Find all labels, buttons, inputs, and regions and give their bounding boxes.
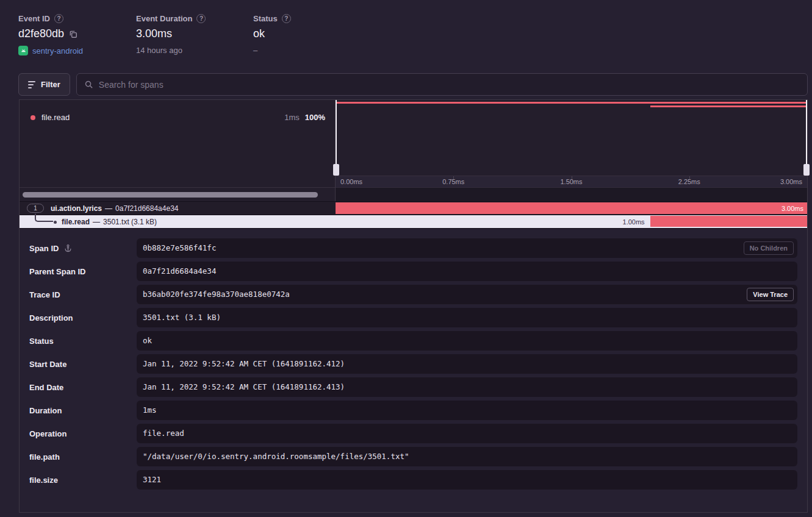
op-color-dot (31, 115, 35, 120)
status-sub: – (253, 46, 257, 55)
help-icon[interactable]: ? (54, 14, 63, 23)
detail-label-text: Operation (29, 429, 66, 438)
help-icon[interactable]: ? (282, 14, 291, 23)
detail-row-operation: Operation file.read (29, 424, 797, 443)
span-duration-label: 3.00ms (781, 205, 807, 212)
toolbar: Filter (18, 73, 808, 96)
event-duration-value: 3.00ms (136, 27, 172, 40)
detail-value: b36ab020fe374fe98a370ae818e0742a View Tr… (137, 285, 797, 304)
detail-value: Jan 11, 2022 9:52:42 AM CET (1641891162.… (137, 354, 797, 374)
horizontal-scrollbar[interactable] (23, 192, 318, 198)
detail-row-status: Status ok (29, 331, 797, 351)
span-op: ui.action.lyrics (51, 204, 102, 213)
minimap-left-handle[interactable] (336, 100, 337, 176)
copy-icon[interactable] (69, 30, 77, 38)
search-icon (84, 80, 93, 89)
detail-row-span-id: Span ID 0b882e7e586f41fc No Children (29, 238, 797, 258)
detail-value: 1ms (137, 401, 797, 420)
minimap-span-parent (336, 102, 807, 104)
event-id-value: d2fe80db (18, 27, 64, 40)
detail-label-text: file.path (29, 452, 60, 462)
axis-label-50: 1.50ms (560, 178, 582, 185)
span-description: 3501.txt (3.1 kB) (103, 218, 157, 226)
event-header: Event ID ? d2fe80db sentry-android Event… (18, 14, 291, 55)
detail-label-text: Start Date (29, 360, 66, 369)
span-op: file.read (62, 218, 90, 226)
detail-label-text: file.size (29, 476, 58, 485)
event-duration-column: Event Duration ? 3.00ms 14 hours ago (136, 14, 253, 55)
tree-connector (35, 213, 53, 222)
detail-row-description: Description 3501.txt (3.1 kB) (29, 308, 797, 327)
axis-label-75: 2.25ms (678, 178, 700, 185)
detail-row-duration: Duration 1ms (29, 401, 797, 420)
detail-row-start-date: Start Date Jan 11, 2022 9:52:42 AM CET (… (29, 354, 797, 374)
op-percent: 100% (305, 113, 325, 122)
event-id-label: Event ID (18, 14, 50, 23)
span-duration-label: 1.00ms (623, 215, 645, 229)
minimap-span-child (650, 105, 807, 107)
op-legend-file-read[interactable]: file.read 1ms 100% (20, 100, 335, 187)
separator: — (93, 218, 100, 226)
detail-row-file-path: file.path "/data/user/0/io.sentry.androi… (29, 447, 797, 466)
minimap-right-handle[interactable] (806, 100, 807, 176)
status-label: Status (253, 14, 278, 23)
op-name: file.read (41, 113, 70, 122)
status-value: ok (253, 27, 265, 40)
detail-row-file-size: file.size 3121 (29, 470, 797, 490)
help-icon[interactable]: ? (196, 14, 206, 23)
detail-label-text: Duration (29, 406, 62, 415)
detail-value: "/data/user/0/io.sentry.android.roomsamp… (137, 447, 797, 466)
event-age: 14 hours ago (136, 46, 182, 55)
detail-label-text: Trace ID (29, 290, 60, 299)
span-bar-parent[interactable]: 3.00ms (336, 202, 807, 214)
search-input[interactable] (99, 80, 800, 90)
detail-label-text: Span ID (29, 244, 59, 253)
anchor-icon[interactable] (63, 244, 73, 253)
separator: — (105, 204, 112, 213)
minimap-right-grip[interactable] (803, 164, 810, 176)
detail-label-text: Status (29, 337, 54, 346)
minimap-left-grip[interactable] (333, 164, 339, 176)
detail-row-parent-span-id: Parent Span ID 0a7f21d6684a4e34 (29, 262, 797, 281)
time-axis: 0.00ms 0.75ms 1.50ms 2.25ms 3.00ms (336, 176, 807, 187)
detail-value: 3501.txt (3.1 kB) (137, 308, 797, 327)
axis-label-0: 0.00ms (340, 178, 362, 185)
detail-label-text: Description (29, 313, 73, 323)
status-column: Status ? ok – (253, 14, 291, 55)
axis-label-100: 3.00ms (780, 178, 802, 185)
filter-icon (28, 81, 35, 88)
trace-minimap-area: file.read 1ms 100% (20, 100, 807, 202)
tree-connector-dot (54, 221, 57, 224)
minimap-footer-strip (336, 187, 807, 201)
span-row-child-selected[interactable]: file.read—3501.txt (3.1 kB) 1.00ms (20, 215, 807, 229)
no-children-button: No Children (744, 241, 794, 255)
detail-value: ok (137, 331, 797, 351)
detail-value: 0b882e7e586f41fc No Children (137, 238, 797, 258)
trace-minimap[interactable] (336, 100, 807, 176)
detail-label-text: Parent Span ID (29, 267, 85, 276)
detail-value: 3121 (137, 470, 797, 490)
detail-row-trace-id: Trace ID b36ab020fe374fe98a370ae818e0742… (29, 285, 797, 304)
trace-view-panel: file.read 1ms 100% (19, 99, 808, 513)
filter-button[interactable]: Filter (18, 73, 70, 96)
android-platform-icon (18, 46, 28, 55)
span-row-parent[interactable]: 1 ui.action.lyrics—0a7f21d6684a4e34 3.00… (20, 202, 807, 215)
horizontal-scrollbar-track (20, 187, 335, 201)
span-details: Span ID 0b882e7e586f41fc No Children Par… (20, 229, 807, 490)
search-bar (76, 73, 808, 96)
project-link[interactable]: sentry-android (32, 46, 83, 55)
detail-value: Jan 11, 2022 9:52:42 AM CET (1641891162.… (137, 377, 797, 397)
event-id-column: Event ID ? d2fe80db sentry-android (18, 14, 136, 55)
span-children-count-badge[interactable]: 1 (27, 204, 44, 213)
span-bar-child[interactable] (650, 216, 807, 227)
view-trace-button[interactable]: View Trace (747, 288, 794, 301)
detail-row-end-date: End Date Jan 11, 2022 9:52:42 AM CET (16… (29, 377, 797, 397)
ops-breakdown-panel: file.read 1ms 100% (20, 100, 336, 201)
minimap-column: 0.00ms 0.75ms 1.50ms 2.25ms 3.00ms (336, 100, 807, 201)
filter-button-label: Filter (41, 80, 60, 89)
event-duration-label: Event Duration (136, 14, 192, 23)
axis-label-25: 0.75ms (442, 178, 464, 185)
detail-value: 0a7f21d6684a4e34 (137, 262, 797, 281)
detail-value: file.read (137, 424, 797, 443)
op-duration: 1ms (284, 113, 300, 122)
